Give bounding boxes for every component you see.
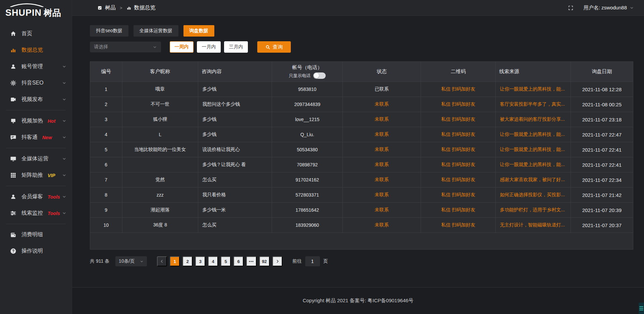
page-button-5[interactable]: 5 xyxy=(221,256,231,266)
cell-nickname: 潮起潮落 xyxy=(122,203,198,218)
lead-source-link[interactable]: 让你一眼就爱上的黑科技，能... xyxy=(500,162,565,167)
page-button-92[interactable]: 92 xyxy=(259,256,270,266)
wallet-icon xyxy=(10,231,17,238)
qr-friend-link[interactable]: 私信 扫码加好友 xyxy=(441,177,475,182)
cell-account: Q_Liu. xyxy=(272,127,342,142)
sidebar-item-matrix-boost[interactable]: 矩阵助推VIP xyxy=(0,167,72,184)
tab-media-ops-data[interactable]: 全媒体运营数据 xyxy=(133,25,178,37)
sidebar-menu: 首页数据总览账号管理抖音SEO视频发布视频加热Hot抖客通New全媒体运营矩阵助… xyxy=(0,21,72,259)
table-row: 6多少钱？让我死心 看70898792未联系私信 扫码加好友让你一眼就爱上的黑科… xyxy=(90,157,633,172)
lead-source-link[interactable]: 让你一眼就爱上的黑科技，能... xyxy=(500,147,565,152)
sidebar-item-account-manage[interactable]: 账号管理 xyxy=(0,58,72,75)
cell-qrcode: 私信 扫码加好友 xyxy=(421,82,495,97)
cell-account: 178651642 xyxy=(272,203,342,218)
sidebar-item-home[interactable]: 首页 xyxy=(0,25,72,42)
table-row: 9潮起潮落多少钱一米178651642未联系私信 扫码加好友多功能护栏灯，适用于… xyxy=(90,203,633,218)
qr-friend-link[interactable]: 私信 扫码加好友 xyxy=(441,192,475,197)
sidebar-item-video-publish[interactable]: 视频发布 xyxy=(0,91,72,108)
lead-source-link[interactable]: 让你一眼就爱上的黑科技，能... xyxy=(500,132,565,137)
qr-friend-link[interactable]: 私信 扫码加好友 xyxy=(441,101,475,107)
range-button-2[interactable]: 三月内 xyxy=(224,41,248,53)
prev-page-button[interactable] xyxy=(157,256,167,266)
lead-source-link[interactable]: 多功能护栏灯，适用于乡村文... xyxy=(500,207,565,212)
page-button-2[interactable]: 2 xyxy=(182,256,193,266)
lead-source-link[interactable]: 让你一眼就爱上的黑科技，能... xyxy=(500,86,565,92)
qr-friend-link[interactable]: 私信 扫码加好友 xyxy=(441,207,475,212)
cell-qrcode: 私信 扫码加好友 xyxy=(421,112,495,127)
sidebar-item-data-overview[interactable]: 数据总览 xyxy=(0,42,72,58)
filter-row: 请选择 一周内一月内三月内 查询 xyxy=(90,41,633,53)
sidebar-divider xyxy=(6,224,66,224)
qr-friend-link[interactable]: 私信 扫码加好友 xyxy=(441,116,475,122)
page-button-4[interactable]: 4 xyxy=(208,256,218,266)
logo: SHUPIN 树品 xyxy=(0,0,72,21)
page-size-select[interactable]: 10条/页 xyxy=(115,256,147,266)
page-ellipsis[interactable]: ••• xyxy=(246,256,257,266)
jump-page-input[interactable] xyxy=(305,256,320,266)
lead-source-link[interactable]: 被大家追着问的客厅投影分享... xyxy=(500,116,565,122)
cell-status: 已联系 xyxy=(342,82,421,97)
sidebar-item-label: 抖音SEO xyxy=(21,80,44,87)
jump-suffix: 页 xyxy=(323,258,328,264)
footer: Copyright 树品 2021 备案号: 粤ICP备09019646号 xyxy=(72,287,644,314)
fullscreen-icon[interactable] xyxy=(568,5,574,11)
cell-date: 2021-11-07 22:34 xyxy=(571,172,633,188)
lead-source-link[interactable]: 客厅安装投影半年多了，真实... xyxy=(500,101,565,107)
cell-account: 2097344839 xyxy=(272,97,342,112)
qr-friend-link[interactable]: 私信 扫码加好友 xyxy=(441,222,475,227)
sidebar-divider xyxy=(6,148,66,148)
sidebar-item-video-heat[interactable]: 视频加热Hot xyxy=(0,113,72,129)
phone-only-toggle[interactable] xyxy=(313,72,326,79)
sidebar-item-douketong[interactable]: 抖客通New xyxy=(0,129,72,146)
query-button[interactable]: 查询 xyxy=(257,41,291,53)
cell-qrcode: 私信 扫码加好友 xyxy=(421,203,495,218)
next-page-button[interactable] xyxy=(272,256,282,266)
lead-source-link[interactable]: 如何正确选择投影仪，买投影... xyxy=(500,192,565,197)
tab-inquiry-data[interactable]: 询盘数据 xyxy=(183,25,214,37)
qr-friend-link[interactable]: 私信 扫码加好友 xyxy=(441,147,475,152)
table-row: 1036度 8怎么买183929060未联系私信 扫码加好友无主灯设计，智能磁吸… xyxy=(90,218,633,233)
question-icon xyxy=(10,248,17,254)
qr-friend-link[interactable]: 私信 扫码加好友 xyxy=(441,162,475,167)
sidebar-item-consume-detail[interactable]: 消费明细 xyxy=(0,226,72,243)
page-size-value: 10条/页 xyxy=(119,258,135,264)
page-button-6[interactable]: 6 xyxy=(233,256,244,266)
camera-icon xyxy=(10,96,17,103)
sliders-icon xyxy=(10,210,17,216)
user-menu[interactable]: 用户名: zswodun88 xyxy=(584,5,634,11)
qr-friend-link[interactable]: 私信 扫码加好友 xyxy=(441,132,475,137)
page-button-1[interactable]: 1 xyxy=(170,256,180,266)
page-button-3[interactable]: 3 xyxy=(195,256,205,266)
status-badge: 未联系 xyxy=(375,222,389,227)
sidebar-item-badge: Tools xyxy=(48,194,60,200)
range-button-0[interactable]: 一周内 xyxy=(170,41,194,53)
cell-no: 8 xyxy=(90,188,122,203)
cell-no: 3 xyxy=(90,112,122,127)
sidebar-item-lead-monitor[interactable]: 线索监控Tools xyxy=(0,205,72,221)
floating-widget[interactable] xyxy=(639,303,644,314)
sidebar-item-label: 会员爆客 xyxy=(21,193,43,200)
tab-douyin-seo-data[interactable]: 抖音seo数据 xyxy=(90,25,128,37)
lead-source-link[interactable]: 感谢大家喜欢我家，被问了好... xyxy=(500,177,565,182)
cell-qrcode: 私信 扫码加好友 xyxy=(421,172,495,188)
cell-content: 多少钱？让我死心 看 xyxy=(198,157,272,172)
phone-only-row: 只显示电话 xyxy=(275,72,339,79)
cell-source: 如何正确选择投影仪，买投影... xyxy=(496,188,571,203)
cell-qrcode: 私信 扫码加好友 xyxy=(421,127,495,142)
lead-source-link[interactable]: 无主灯设计，智能磁吸轨道灯... xyxy=(500,222,565,227)
sidebar-item-help[interactable]: 操作说明 xyxy=(0,243,72,259)
table-header-row: 编号客户昵称咨询内容帐号（电话）只显示电话状态二维码线索来源询盘日期 xyxy=(90,62,633,82)
sidebar-item-douyin-seo[interactable]: 抖音SEO xyxy=(0,75,72,91)
sidebar-item-member-baoke[interactable]: 会员爆客Tools xyxy=(0,189,72,205)
sidebar-item-media-ops[interactable]: 全媒体运营 xyxy=(0,151,72,167)
filter-select[interactable]: 请选择 xyxy=(90,42,161,52)
cell-content: 多少钱 xyxy=(198,127,272,142)
breadcrumb-app[interactable]: 树品 xyxy=(105,4,116,11)
qr-friend-link[interactable]: 私信 扫码加好友 xyxy=(441,86,475,92)
sidebar-item-label: 消费明细 xyxy=(21,231,43,238)
table-row: 8zzz我只看价格572803371未联系私信 扫码加好友如何正确选择投影仪，买… xyxy=(90,188,633,203)
table-row: 3狐小狸多少钱love__1215未联系私信 扫码加好友被大家追着问的客厅投影分… xyxy=(90,112,633,127)
breadcrumb: 树品 > 数据总览 xyxy=(97,4,156,11)
sidebar: SHUPIN 树品 首页数据总览账号管理抖音SEO视频发布视频加热Hot抖客通N… xyxy=(0,0,72,314)
range-button-1[interactable]: 一月内 xyxy=(197,41,221,53)
